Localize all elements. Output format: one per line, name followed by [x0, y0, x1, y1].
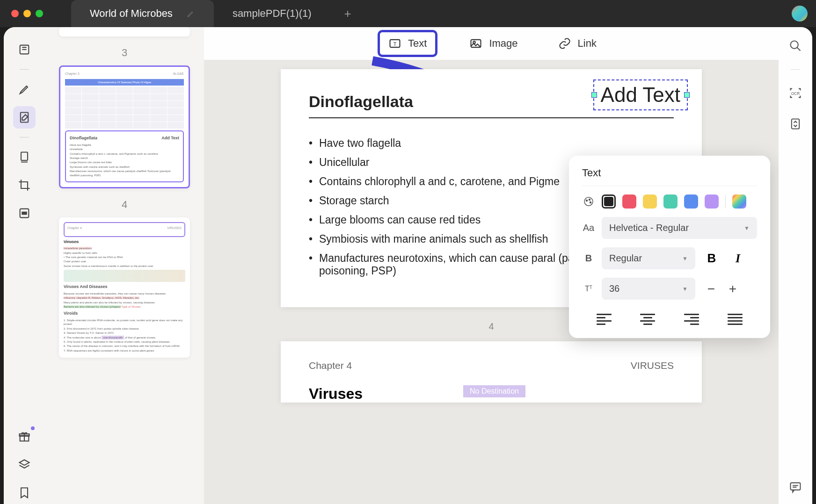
- font-family-row: Aa Helvetica - Regular ▼: [582, 217, 757, 239]
- color-red[interactable]: [622, 194, 636, 209]
- insert-text-button[interactable]: T Text: [378, 30, 437, 57]
- svg-rect-4: [21, 152, 28, 161]
- page-label-3: 3: [59, 40, 190, 65]
- bullet-item[interactable]: Have two flagella: [309, 137, 674, 150]
- svg-text:OCR: OCR: [791, 92, 800, 96]
- maximize-window-button[interactable]: [36, 10, 43, 17]
- font-weight-value: Regular: [609, 253, 642, 264]
- font-family-value: Helvetica - Regular: [609, 223, 689, 233]
- close-window-button[interactable]: [11, 10, 19, 17]
- svg-text:T: T: [393, 41, 397, 47]
- svg-point-15: [586, 200, 588, 202]
- align-center-button[interactable]: [640, 312, 655, 327]
- bookmark-icon: [18, 486, 31, 499]
- color-yellow[interactable]: [643, 194, 657, 209]
- highlighter-icon: [18, 83, 31, 96]
- increase-size-button[interactable]: +: [723, 280, 742, 298]
- minimize-window-button[interactable]: [23, 10, 31, 17]
- redact-icon: [18, 207, 31, 220]
- next-heading[interactable]: Viruses: [309, 385, 363, 403]
- right-tool-sidebar: OCR: [779, 27, 812, 504]
- divider: [20, 137, 29, 137]
- color-purple[interactable]: [705, 194, 719, 209]
- gift-button[interactable]: [13, 425, 36, 448]
- tab-samplepdf[interactable]: samplePDF(1)(1): [214, 0, 330, 27]
- decrease-size-button[interactable]: −: [702, 280, 721, 298]
- palette-icon: [582, 196, 595, 207]
- font-size-value: 36: [609, 283, 619, 294]
- svg-point-17: [590, 202, 591, 203]
- svg-point-14: [584, 197, 593, 206]
- comments-button[interactable]: [788, 480, 803, 495]
- crop-button[interactable]: [13, 174, 36, 196]
- color-blue[interactable]: [684, 194, 698, 209]
- font-weight-row: B Regular ▼ B I: [582, 247, 757, 269]
- ocr-button[interactable]: OCR: [788, 86, 803, 101]
- app-logo-icon[interactable]: [792, 6, 808, 22]
- bold-b-icon: B: [582, 253, 595, 264]
- divider: [791, 69, 800, 70]
- bold-toggle[interactable]: B: [702, 249, 721, 268]
- button-label: Text: [408, 37, 427, 50]
- link-icon: [558, 37, 571, 50]
- search-icon: [789, 39, 802, 52]
- button-label: Image: [489, 37, 517, 50]
- pencil-icon[interactable]: [187, 9, 195, 18]
- new-tab-button[interactable]: +: [330, 0, 365, 27]
- image-icon: [469, 37, 482, 50]
- thumb-content: Chapter 4VIRUSES Viruses Intracellular p…: [64, 222, 185, 353]
- thumbnail-page-5[interactable]: Chapter 4VIRUSES Viruses Intracellular p…: [59, 217, 190, 358]
- alignment-row: [582, 308, 757, 327]
- svg-point-18: [791, 41, 798, 49]
- align-right-button[interactable]: [684, 312, 699, 327]
- align-left-button[interactable]: [597, 312, 612, 327]
- gift-icon: [18, 430, 31, 443]
- chevron-down-icon: ▼: [682, 286, 688, 292]
- redact-button[interactable]: [13, 202, 36, 224]
- no-destination-badge[interactable]: No Destination: [463, 385, 525, 397]
- document-page-5-top[interactable]: Chapter 4 VIRUSES Viruses No Destination: [281, 341, 702, 403]
- svg-rect-21: [792, 119, 799, 129]
- edit-text-button[interactable]: [13, 106, 36, 129]
- color-black[interactable]: [602, 194, 616, 209]
- layers-button[interactable]: [13, 454, 36, 476]
- italic-toggle[interactable]: I: [728, 249, 748, 268]
- color-teal[interactable]: [663, 194, 678, 209]
- svg-line-19: [797, 48, 801, 51]
- divider: [20, 69, 29, 70]
- left-tool-sidebar: [4, 27, 45, 504]
- page-manager-button[interactable]: [13, 146, 36, 168]
- thumbnail-page-4[interactable]: Chapter 3ALGAE Characteristics Of Select…: [59, 65, 190, 188]
- add-text-label: Add Text: [601, 83, 680, 106]
- tab-world-of-microbes[interactable]: World of Microbes: [71, 0, 214, 27]
- font-size-row: TT 36 ▼ − +: [582, 278, 757, 300]
- thumb-content: Chapter 3ALGAE Characteristics Of Select…: [65, 72, 184, 182]
- font-size-select[interactable]: 36 ▼: [602, 278, 695, 300]
- tab-label: samplePDF(1)(1): [233, 7, 312, 20]
- subject-label: VIRUSES: [631, 360, 674, 371]
- thumbnail-page-3-bottom[interactable]: [59, 27, 190, 36]
- window-controls: [0, 10, 43, 17]
- ocr-icon: OCR: [789, 86, 802, 100]
- convert-icon: [789, 117, 802, 130]
- convert-button[interactable]: [788, 116, 803, 131]
- insert-image-button[interactable]: Image: [461, 32, 526, 55]
- search-button[interactable]: [788, 38, 803, 53]
- text-size-icon: TT: [582, 285, 595, 293]
- font-family-select[interactable]: Helvetica - Regular ▼: [602, 217, 757, 239]
- align-justify-button[interactable]: [728, 312, 743, 327]
- color-custom[interactable]: [732, 194, 746, 209]
- thumbnail-panel[interactable]: 3 Chapter 3ALGAE Characteristics Of Sele…: [45, 27, 204, 504]
- page-label-4: 4: [59, 192, 190, 217]
- text-icon: T: [388, 37, 401, 50]
- bookmark-button[interactable]: [13, 482, 36, 504]
- font-aa-icon: Aa: [582, 223, 595, 233]
- crop-icon: [18, 179, 31, 192]
- tab-label: World of Microbes: [90, 7, 173, 20]
- svg-point-16: [589, 199, 590, 201]
- insert-link-button[interactable]: Link: [550, 32, 605, 55]
- reader-mode-button[interactable]: [13, 38, 36, 61]
- highlighter-button[interactable]: [13, 78, 36, 101]
- font-weight-select[interactable]: Regular ▼: [602, 247, 695, 269]
- add-text-insertion-box[interactable]: Add Text: [593, 79, 688, 110]
